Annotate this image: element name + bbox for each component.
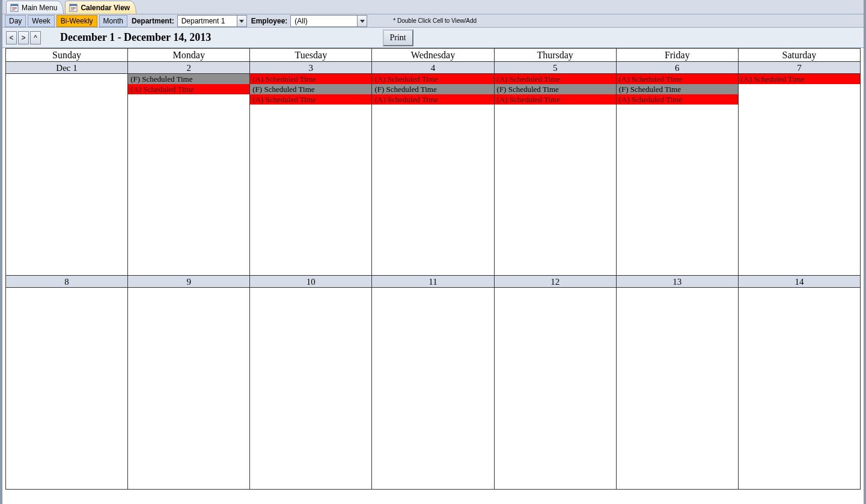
hint-text: * Double Click Cell to View/Add: [393, 17, 477, 24]
employee-combo[interactable]: (All): [290, 15, 367, 27]
calendar-event[interactable]: (F) Scheduled Time: [128, 74, 249, 84]
calendar-event[interactable]: (A) Scheduled Time: [250, 74, 371, 84]
calendar-grid: Sunday Monday Tuesday Wednesday Thursday…: [5, 48, 861, 490]
svg-marker-10: [239, 20, 244, 23]
date-number: 7: [739, 62, 860, 74]
app-frame: Main Menu Calendar View Day Week Bi-Week…: [0, 0, 866, 504]
calendar-event[interactable]: (A) Scheduled Time: [617, 94, 738, 105]
calendar-event[interactable]: (F) Scheduled Time: [250, 84, 371, 94]
cell-body: [495, 288, 616, 489]
svg-rect-9: [71, 10, 74, 10]
calendar-event[interactable]: (F) Scheduled Time: [495, 84, 616, 94]
calendar-event[interactable]: (A) Scheduled Time: [495, 74, 616, 84]
calendar-event[interactable]: (F) Scheduled Time: [372, 84, 493, 94]
date-number: 10: [250, 276, 371, 288]
day-header: Wednesday: [372, 49, 494, 62]
employee-label: Employee:: [251, 17, 288, 25]
day-header: Thursday: [494, 49, 616, 62]
cell-body: [128, 288, 249, 489]
svg-rect-4: [12, 10, 15, 10]
tab-label: Main Menu: [22, 4, 57, 12]
calendar-event[interactable]: (A) Scheduled Time: [372, 94, 493, 105]
department-label: Department:: [132, 17, 174, 25]
svg-marker-11: [360, 20, 365, 23]
calendar-cell[interactable]: 13: [616, 276, 738, 490]
calendar-cell[interactable]: 7 (A) Scheduled Time: [738, 62, 860, 276]
department-combo[interactable]: Department 1: [177, 15, 247, 27]
chevron-down-icon: [357, 16, 367, 26]
cell-body: [6, 288, 127, 489]
svg-rect-2: [12, 7, 17, 8]
day-header: Tuesday: [250, 49, 372, 62]
calendar-cell[interactable]: 2 (F) Scheduled Time(A) Scheduled Time: [128, 62, 250, 276]
calendar-event[interactable]: (F) Scheduled Time: [617, 84, 738, 94]
view-week-button[interactable]: Week: [28, 15, 54, 27]
svg-rect-3: [12, 8, 17, 9]
cell-body: (A) Scheduled Time(F) Scheduled Time(A) …: [617, 74, 738, 275]
employee-value: (All): [291, 16, 357, 26]
calendar-cell[interactable]: 14: [738, 276, 860, 490]
day-header: Monday: [128, 49, 250, 62]
tab-main-menu[interactable]: Main Menu: [6, 1, 64, 14]
cell-body: (F) Scheduled Time(A) Scheduled Time: [128, 74, 249, 275]
calendar-event[interactable]: (A) Scheduled Time: [250, 94, 371, 105]
svg-rect-8: [71, 8, 76, 9]
next-button[interactable]: >: [18, 31, 29, 44]
view-toolbar: Day Week Bi-Weekly Month Department: Dep…: [2, 14, 864, 28]
calendar-event[interactable]: (A) Scheduled Time: [495, 94, 616, 105]
date-number: 11: [372, 276, 493, 288]
cell-body: [372, 288, 493, 489]
calendar-cell[interactable]: 6 (A) Scheduled Time(F) Scheduled Time(A…: [616, 62, 738, 276]
tab-calendar-view[interactable]: Calendar View: [65, 1, 136, 14]
form-icon: [69, 4, 78, 12]
cell-body: (A) Scheduled Time(F) Scheduled Time(A) …: [250, 74, 371, 275]
day-header: Friday: [616, 49, 738, 62]
day-header: Saturday: [738, 49, 860, 62]
date-number: 4: [372, 62, 493, 74]
calendar-cell[interactable]: 12: [494, 276, 616, 490]
cell-body: [250, 288, 371, 489]
calendar-cell[interactable]: Dec 1: [6, 62, 128, 276]
up-button[interactable]: ^: [30, 31, 41, 44]
date-range-title: December 1 - December 14, 2013: [60, 31, 211, 44]
calendar-cell[interactable]: 11: [372, 276, 494, 490]
tab-strip: Main Menu Calendar View: [2, 0, 864, 14]
date-number: 13: [617, 276, 738, 288]
prev-button[interactable]: <: [6, 31, 17, 44]
cell-body: (A) Scheduled Time(F) Scheduled Time(A) …: [495, 74, 616, 275]
date-number: 8: [6, 276, 127, 288]
date-number: 5: [495, 62, 616, 74]
date-number: 3: [250, 62, 371, 74]
svg-rect-7: [71, 7, 76, 8]
date-number: 9: [128, 276, 249, 288]
cell-body: [739, 288, 860, 489]
calendar-cell[interactable]: 5 (A) Scheduled Time(F) Scheduled Time(A…: [494, 62, 616, 276]
calendar-cell[interactable]: 3 (A) Scheduled Time(F) Scheduled Time(A…: [250, 62, 372, 276]
view-month-button[interactable]: Month: [99, 15, 127, 27]
svg-rect-1: [11, 4, 18, 6]
date-number: 12: [495, 276, 616, 288]
calendar-event[interactable]: (A) Scheduled Time: [617, 74, 738, 84]
date-number: Dec 1: [6, 62, 127, 74]
date-number: 2: [128, 62, 249, 74]
tab-label: Calendar View: [81, 4, 130, 12]
calendar-cell[interactable]: 10: [250, 276, 372, 490]
chevron-down-icon: [237, 16, 246, 26]
cell-body: (A) Scheduled Time: [739, 74, 860, 275]
nav-bar: < > ^ December 1 - December 14, 2013 Pri…: [2, 28, 864, 48]
calendar-event[interactable]: (A) Scheduled Time: [372, 74, 493, 84]
calendar-event[interactable]: (A) Scheduled Time: [128, 84, 249, 94]
day-header: Sunday: [6, 49, 128, 62]
date-number: 14: [739, 276, 860, 288]
form-icon: [10, 4, 19, 12]
print-button[interactable]: Print: [383, 29, 413, 46]
view-day-button[interactable]: Day: [5, 15, 26, 27]
department-value: Department 1: [178, 16, 237, 26]
view-biweekly-button[interactable]: Bi-Weekly: [56, 15, 97, 27]
svg-rect-6: [70, 4, 77, 6]
cell-body: [617, 288, 738, 489]
calendar-cell[interactable]: 9: [128, 276, 250, 490]
calendar-cell[interactable]: 8: [6, 276, 128, 490]
calendar-event[interactable]: (A) Scheduled Time: [739, 74, 860, 84]
calendar-cell[interactable]: 4 (A) Scheduled Time(F) Scheduled Time(A…: [372, 62, 494, 276]
